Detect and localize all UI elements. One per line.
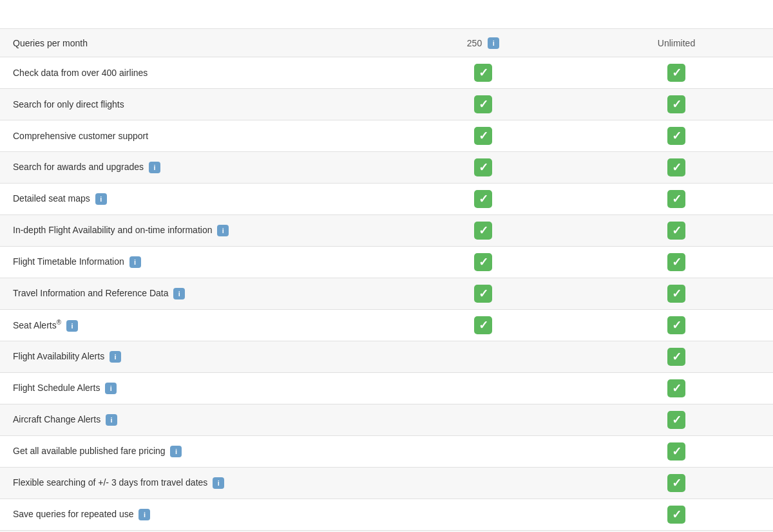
basic-plan-header (386, 6, 580, 28)
basic-feature-cell (386, 445, 580, 458)
table-row: In-depth Flight Availability and on-time… (0, 214, 773, 246)
basic-feature-cell (386, 508, 580, 521)
premium-feature-cell: ✓ (580, 215, 773, 246)
check-icon: ✓ (667, 158, 685, 176)
premium-feature-cell: ✓ (580, 278, 773, 309)
info-icon[interactable]: i (66, 320, 78, 332)
premium-feature-cell: ✓ (580, 152, 773, 183)
check-icon: ✓ (667, 474, 685, 492)
table-row: Comprehensive customer support✓✓ (0, 120, 773, 151)
table-row: Travel Information and Reference Data i✓… (0, 278, 773, 309)
pricing-table: Queries per month250 iUnlimitedCheck dat… (0, 0, 773, 532)
unlimited-text: Unlimited (658, 38, 695, 48)
feature-label: Search for awards and upgrades i (0, 155, 386, 180)
table-row: Detailed seat maps i✓✓ (0, 183, 773, 214)
premium-feature-cell: ✓ (580, 184, 773, 214)
info-icon[interactable]: i (105, 383, 117, 394)
table-row: Aircraft Change Alerts i✓ (0, 404, 773, 435)
basic-feature-cell (386, 350, 580, 363)
feature-table-body: Queries per month250 iUnlimitedCheck dat… (0, 28, 773, 532)
info-icon[interactable]: i (106, 414, 117, 426)
info-icon[interactable]: i (110, 351, 121, 363)
basic-feature-cell: ✓ (386, 57, 580, 88)
check-icon: ✓ (474, 95, 492, 113)
header-row (0, 0, 773, 28)
basic-feature-cell: ✓ (386, 120, 580, 151)
info-icon[interactable]: i (217, 225, 229, 236)
feature-label: Save queries for repeated use i (0, 502, 386, 527)
check-icon: ✓ (474, 316, 492, 334)
table-row: Check data from over 400 airlines✓✓ (0, 57, 773, 88)
check-icon: ✓ (667, 316, 685, 334)
check-icon: ✓ (667, 442, 685, 461)
basic-feature-cell: ✓ (386, 247, 580, 278)
basic-feature-cell (386, 477, 580, 489)
feature-label: Queries per month (0, 32, 386, 55)
feature-label: Flight Schedule Alerts i (0, 376, 386, 401)
basic-feature-cell (386, 413, 580, 426)
check-icon: ✓ (667, 95, 685, 113)
check-icon: ✓ (667, 253, 685, 271)
check-icon: ✓ (667, 222, 685, 240)
check-icon: ✓ (474, 285, 492, 303)
info-icon[interactable]: i (213, 477, 224, 489)
check-icon: ✓ (474, 127, 492, 145)
basic-feature-cell: ✓ (386, 89, 580, 120)
table-row: Flexible searching of +/- 3 days from tr… (0, 467, 773, 499)
premium-feature-cell: ✓ (580, 436, 773, 467)
check-icon: ✓ (667, 348, 685, 366)
basic-feature-cell: ✓ (386, 278, 580, 309)
table-row: Flight Schedule Alerts i✓ (0, 372, 773, 404)
feature-label: Seat Alerts® i (0, 312, 386, 338)
premium-feature-cell: ✓ (580, 404, 773, 435)
basic-feature-cell: ✓ (386, 215, 580, 246)
check-icon: ✓ (667, 379, 685, 397)
check-icon: ✓ (667, 506, 685, 524)
table-row: Search for only direct flights✓✓ (0, 88, 773, 120)
premium-plan-header (580, 6, 773, 28)
feature-label: Check data from over 400 airlines (0, 61, 386, 84)
premium-feature-cell: ✓ (580, 373, 773, 404)
table-row: Search for awards and upgrades i✓✓ (0, 151, 773, 183)
premium-feature-cell: ✓ (580, 89, 773, 120)
table-row: Flight Availability Alerts i✓ (0, 341, 773, 372)
check-icon: ✓ (474, 253, 492, 271)
check-icon: ✓ (667, 64, 685, 82)
queries-value: 250 i (467, 37, 499, 49)
feature-label: Flight Availability Alerts i (0, 345, 386, 369)
check-icon: ✓ (667, 285, 685, 303)
feature-label: Flight Timetable Information i (0, 250, 386, 274)
info-icon[interactable]: i (173, 288, 185, 299)
premium-feature-cell: ✓ (580, 468, 773, 499)
check-icon: ✓ (667, 190, 685, 208)
basic-feature-cell: ✓ (386, 310, 580, 341)
premium-feature-cell: ✓ (580, 120, 773, 151)
basic-feature-cell: 250 i (386, 31, 580, 55)
check-icon: ✓ (667, 127, 685, 145)
header-empty (0, 6, 386, 28)
info-icon[interactable]: i (488, 37, 499, 49)
table-row: Flight Timetable Information i✓✓ (0, 246, 773, 278)
basic-feature-cell: ✓ (386, 184, 580, 214)
feature-label: Detailed seat maps i (0, 187, 386, 211)
premium-feature-cell: ✓ (580, 499, 773, 530)
feature-label: In-depth Flight Availability and on-time… (0, 218, 386, 243)
info-icon[interactable]: i (129, 256, 141, 268)
table-row: Seat Alerts® i✓✓ (0, 309, 773, 341)
info-icon[interactable]: i (149, 162, 160, 173)
table-row: Get all available published fare pricing… (0, 435, 773, 467)
info-icon[interactable]: i (95, 193, 107, 205)
feature-label: Search for only direct flights (0, 93, 386, 116)
table-row: Queries per month250 iUnlimited (0, 28, 773, 57)
feature-label: Aircraft Change Alerts i (0, 408, 386, 432)
check-icon: ✓ (474, 190, 492, 208)
premium-feature-cell: ✓ (580, 341, 773, 372)
info-icon[interactable]: i (138, 509, 150, 520)
premium-feature-cell: ✓ (580, 247, 773, 278)
premium-feature-cell: Unlimited (580, 32, 773, 55)
check-icon: ✓ (474, 64, 492, 82)
info-icon[interactable]: i (170, 446, 182, 457)
premium-feature-cell: ✓ (580, 57, 773, 88)
table-row: Save queries for repeated use i✓ (0, 499, 773, 530)
feature-label: Travel Information and Reference Data i (0, 281, 386, 306)
